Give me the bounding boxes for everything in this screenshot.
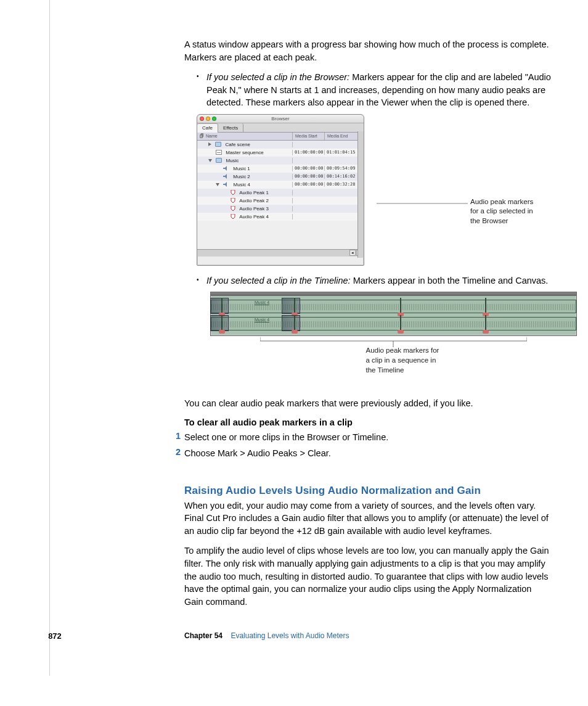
bullet-dot: • [197,71,206,109]
bullet-browser: • If you selected a clip in the Browser:… [197,71,551,109]
table-row[interactable]: Audio Peak 1 [197,189,364,197]
chapter-label: Chapter 54 [184,631,223,640]
folder-icon [216,158,222,163]
window-title: Browser [271,116,289,121]
bullet-rest: Markers appear in both the Timeline and … [351,276,549,285]
marker-icon [231,198,235,203]
step-2: 2 Choose Mark > Audio Peaks > Clear. [174,447,551,460]
table-row[interactable]: Music [197,157,364,165]
callout-line: the Timeline [366,366,459,376]
audio-clip-icon [223,166,229,171]
page-footer: 872 Chapter 54 Evaluating Levels with Au… [87,626,551,651]
disclosure-down-icon[interactable] [208,159,212,162]
peak-marker-icon[interactable] [481,298,490,315]
page-number: 872 [36,631,73,641]
vertical-scrollbar[interactable] [357,131,364,258]
browser-window: Browser Cafe Effects 🗐Name Media Start M… [197,114,364,266]
svg-marker-2 [223,182,227,187]
audio-clip-icon [223,174,229,179]
browser-screenshot: Browser Cafe Effects 🗐Name Media Start M… [197,114,364,266]
disclosure-right-icon[interactable] [208,142,211,146]
chapter-title: Evaluating Levels with Audio Meters [231,631,349,640]
bullet-lead: If you selected a clip in the Timeline: [206,276,351,285]
zoom-icon[interactable] [212,117,216,121]
minimize-icon[interactable] [206,117,210,121]
marker-icon [231,190,235,195]
peak-marker-icon[interactable] [290,298,299,315]
peak-marker-icon[interactable] [396,315,405,332]
tabs-row: Cafe Effects [197,123,364,133]
audio-clip-icon [223,182,229,187]
bullet-timeline: • If you selected a clip in the Timeline… [197,274,551,287]
disclosure-down-icon[interactable] [216,183,219,186]
close-icon[interactable] [200,117,204,121]
peak-marker-icon[interactable] [290,315,299,332]
svg-marker-0 [223,166,227,171]
peak-marker-icon[interactable] [481,315,490,332]
table-row[interactable]: Music 1 00:00:00:0000:09:54:09 [197,165,364,173]
callout-line: Audio peak markers for [366,346,459,356]
table-row[interactable]: Music 4 00:00:00:0000:00:32:28 [197,181,364,189]
step-text: Select one or more clips in the Browser … [184,431,551,444]
table-row[interactable]: Audio Peak 2 [197,197,364,205]
browser-screenshot-row: Browser Cafe Effects 🗐Name Media Start M… [197,114,551,266]
marker-icon [231,206,235,211]
callout-line: for a clip selected in [470,207,533,216]
callout-line: the Browser [470,216,533,226]
col-name[interactable]: 🗐Name [197,133,293,140]
timeline-callout: Audio peak markers for a clip in a seque… [210,337,577,375]
timeline-panel: Music 4 Music 4 [210,292,577,336]
task-title: To clear all audio peak markers in a cli… [184,417,551,427]
browser-tree: Cafe scene Master sequence 01:00:00:0001… [197,141,364,257]
table-row[interactable]: Cafe scene [197,141,364,149]
column-header: 🗐Name Media Start Media End [197,133,364,141]
step-1: 1 Select one or more clips in the Browse… [174,431,551,444]
callout-line: a clip in a sequence in [366,356,459,366]
table-row[interactable]: Music 2 00:00:00:0000:14:16:02 [197,173,364,181]
section-heading: Raising Audio Levels Using Audio Normali… [184,485,551,497]
tab-cafe[interactable]: Cafe [197,123,218,133]
peak-marker-icon[interactable] [218,298,226,315]
bullet-lead: If you selected a clip in the Browser: [206,72,349,82]
col-media-end[interactable]: Media End [325,133,358,140]
bullet-dot: • [197,274,206,287]
step-number: 1 [174,431,184,444]
browser-callout: Audio peak markers for a clip selected i… [377,197,533,226]
bullet-text: If you selected a clip in the Timeline: … [206,274,551,287]
traffic-lights [200,117,216,121]
peak-marker-icon[interactable] [218,315,226,332]
window-titlebar: Browser [197,115,364,123]
bullet-text: If you selected a clip in the Browser: M… [206,71,551,109]
step-text: Choose Mark > Audio Peaks > Clear. [184,447,551,460]
table-row[interactable]: Master sequence 01:00:00:0001:01:04:15 [197,149,364,157]
audio-track[interactable]: Music 4 [211,317,576,330]
folder-icon [215,142,221,147]
callout-line: Audio peak markers [470,197,533,207]
svg-marker-1 [223,174,227,179]
table-row[interactable]: Audio Peak 3 [197,205,364,213]
section-para-1: When you edit, your audio may come from … [184,499,551,538]
timeline-screenshot: Music 4 Music 4 [210,292,551,336]
section-para-2: To amplify the audio level of clips whos… [184,544,551,608]
marker-icon [231,214,235,219]
audio-track[interactable]: Music 4 [211,300,576,313]
tab-effects[interactable]: Effects [218,123,243,133]
table-row[interactable]: Audio Peak 4 [197,213,364,221]
intro-paragraph: A status window appears with a progress … [184,38,551,64]
scroll-left-icon[interactable]: ◂ [349,250,356,256]
clear-markers-paragraph: You can clear audio peak markers that we… [184,397,551,410]
col-media-start[interactable]: Media Start [293,133,325,140]
horizontal-scrollbar[interactable]: ◂ ▸ [197,249,364,257]
step-number: 2 [174,447,184,460]
peak-marker-icon[interactable] [396,298,405,315]
sequence-icon [216,150,222,155]
